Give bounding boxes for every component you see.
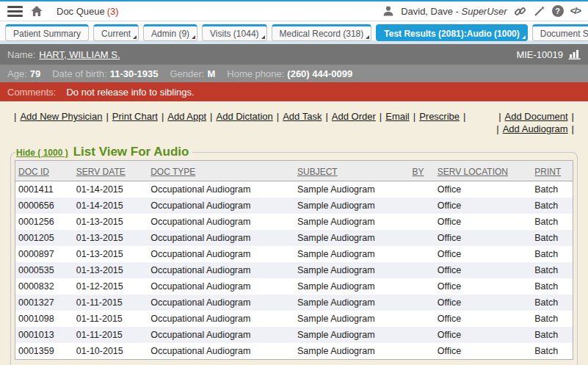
cell-by: [410, 294, 435, 311]
audio-document-table: DOC ID SERV DATE DOC TYPE SUBJECT BY SER…: [15, 160, 573, 360]
sort-serv-date[interactable]: SERV DATE: [76, 167, 126, 177]
action-link[interactable]: Add Order: [332, 111, 376, 122]
cell-by: [410, 214, 435, 230]
tab-medical-record[interactable]: Medical Record (318): [272, 24, 372, 41]
action-link-list: |Add New Physician|Print Chart|Add Appt|…: [10, 111, 460, 122]
cell-serv-location: Office: [435, 198, 532, 214]
cell-by: [410, 181, 435, 198]
tab-current[interactable]: Current: [93, 24, 139, 41]
cell-by: [410, 327, 435, 343]
sort-subject[interactable]: SUBJECT: [297, 167, 338, 177]
cell-serv-date: 01-10-2015: [73, 343, 148, 360]
action-link[interactable]: Add Dictation: [216, 111, 272, 122]
table-row[interactable]: 0001013 01-11-2015 Occupational Audiogra…: [15, 327, 573, 343]
table-row[interactable]: 0001256 01-13-2015 Occupational Audiogra…: [15, 214, 573, 230]
cell-print: Batch: [531, 294, 573, 311]
list-view-title: List View For Audio: [73, 145, 189, 159]
user-role: SuperUser: [462, 6, 507, 17]
action-link[interactable]: Email: [385, 111, 410, 122]
cell-doc-id: 0001327: [15, 294, 73, 311]
flowsheet-chart-icon[interactable]: [568, 49, 581, 59]
cell-doc-type: Occupational Audiogram: [148, 327, 294, 343]
table-row[interactable]: 0000832 01-12-2015 Occupational Audiogra…: [15, 278, 573, 294]
action-link[interactable]: Add Task: [283, 111, 322, 122]
cell-serv-date: 01-11-2015: [73, 311, 148, 327]
tab-document-summary[interactable]: Document Summary (3267): [532, 24, 588, 41]
sort-serv-location[interactable]: SERV LOCATION: [438, 167, 508, 177]
tab-test-results-audio[interactable]: Test Results (2081):Audio (1000): [376, 24, 528, 41]
cell-serv-location: Office: [435, 262, 532, 278]
cell-serv-location: Office: [435, 278, 532, 294]
tab-label: Test Results (2081):Audio (1000): [384, 29, 520, 39]
link-icon[interactable]: [514, 5, 526, 18]
table-row[interactable]: 0001327 01-11-2015 Occupational Audiogra…: [15, 294, 573, 311]
cell-serv-date: 01-14-2015: [73, 181, 148, 198]
help-icon[interactable]: ?: [552, 5, 564, 17]
cell-doc-type: Occupational Audiogram: [148, 343, 294, 360]
doc-queue-label[interactable]: Doc Queue: [57, 6, 105, 17]
patient-name-bar: Name: HART, WILLIAM S. MIE-10019: [0, 44, 588, 65]
col-by: BY: [410, 161, 435, 181]
add-audiogram-link[interactable]: Add Audiogram: [503, 123, 568, 134]
sort-doc-type[interactable]: DOC TYPE: [150, 167, 195, 177]
col-subject: SUBJECT: [294, 161, 410, 181]
action-link[interactable]: Add Appt: [167, 111, 206, 122]
patient-name-link[interactable]: HART, WILLIAM S.: [39, 49, 120, 60]
content-area: |Add New Physician|Print Chart|Add Appt|…: [0, 101, 588, 365]
cell-by: [410, 230, 435, 246]
sort-by[interactable]: BY: [413, 167, 424, 177]
code-icon[interactable]: </>: [570, 6, 581, 16]
cell-doc-type: Occupational Audiogram: [148, 262, 294, 278]
cell-doc-type: Occupational Audiogram: [148, 278, 294, 294]
action-link[interactable]: Add New Physician: [20, 111, 102, 122]
cell-by: [410, 198, 435, 214]
home-icon[interactable]: [30, 5, 43, 17]
action-link[interactable]: Print Chart: [112, 111, 158, 122]
cell-serv-date: 01-12-2015: [73, 278, 148, 294]
add-document-link[interactable]: Add Document: [505, 111, 568, 122]
chart-tab-bar: Patient Summary Current Admin (9) Visits…: [0, 21, 588, 44]
cell-by: [410, 343, 435, 360]
wand-icon[interactable]: [533, 5, 545, 18]
cell-serv-date: 01-13-2015: [73, 214, 148, 230]
cell-serv-location: Office: [435, 246, 532, 262]
table-row[interactable]: 0001411 01-14-2015 Occupational Audiogra…: [15, 181, 573, 198]
hide-list-link[interactable]: Hide ( 1000 ): [16, 148, 68, 158]
menu-icon[interactable]: [7, 4, 23, 19]
cell-doc-type: Occupational Audiogram: [148, 230, 294, 246]
cell-by: [410, 311, 435, 327]
table-row[interactable]: 0000535 01-13-2015 Occupational Audiogra…: [15, 262, 573, 278]
cell-doc-id: 0000656: [15, 198, 73, 214]
cell-serv-date: 01-13-2015: [73, 230, 148, 246]
tab-visits[interactable]: Visits (1044): [202, 24, 266, 41]
table-row[interactable]: 0000897 01-13-2015 Occupational Audiogra…: [15, 246, 573, 262]
chevron-down-icon: [261, 35, 265, 39]
tab-label: Current: [101, 29, 131, 39]
sort-doc-id[interactable]: DOC ID: [18, 167, 49, 177]
col-doc-type: DOC TYPE: [148, 161, 294, 181]
cell-doc-id: 0001098: [15, 311, 73, 327]
chevron-down-icon: [192, 35, 195, 39]
table-row[interactable]: 0001098 01-11-2015 Occupational Audiogra…: [15, 311, 573, 327]
cell-doc-type: Occupational Audiogram: [148, 294, 294, 311]
action-link[interactable]: Prescribe: [419, 111, 460, 122]
tab-label: Document Summary (3267): [540, 29, 588, 39]
tab-label: Admin (9): [151, 29, 189, 39]
cell-doc-type: Occupational Audiogram: [148, 311, 294, 327]
cell-serv-location: Office: [435, 327, 532, 343]
tab-patient-summary[interactable]: Patient Summary: [5, 24, 89, 41]
cell-doc-type: Occupational Audiogram: [148, 198, 294, 214]
table-row[interactable]: 0000656 01-14-2015 Occupational Audiogra…: [15, 198, 573, 214]
user-menu[interactable]: David, Dave - SuperUser: [401, 6, 507, 17]
col-serv-location: SERV LOCATION: [435, 161, 532, 181]
tab-admin[interactable]: Admin (9): [143, 24, 197, 41]
chevron-down-icon: [522, 35, 526, 39]
sort-print[interactable]: PRINT: [534, 167, 561, 177]
table-row[interactable]: 0001205 01-13-2015 Occupational Audiogra…: [15, 230, 573, 246]
cell-doc-id: 0001013: [15, 327, 73, 343]
cell-doc-id: 0001256: [15, 214, 73, 230]
doc-queue-count: (3): [107, 6, 119, 17]
table-row[interactable]: 0001359 01-10-2015 Occupational Audiogra…: [15, 343, 573, 360]
cell-by: [410, 246, 435, 262]
cell-print: Batch: [531, 262, 573, 278]
